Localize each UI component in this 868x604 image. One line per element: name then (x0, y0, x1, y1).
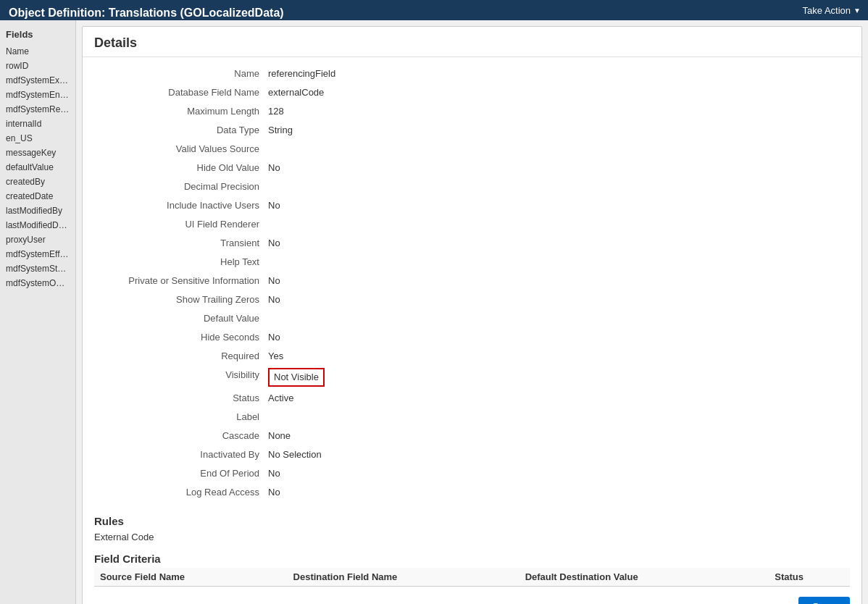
sidebar-item-mdfsystemext[interactable]: mdfSystemExter... (0, 73, 75, 88)
done-button[interactable]: Done (798, 597, 850, 604)
detail-row-transient: Transient No (83, 234, 861, 253)
value-hideseconds: No (268, 330, 850, 345)
sidebar-item-mdfsystementity[interactable]: mdfSystemEntity... (0, 88, 75, 102)
value-datatype: String (268, 123, 850, 138)
value-inactivatedby: No Selection (268, 448, 850, 462)
details-table: Name referencingField Database Field Nam… (83, 57, 861, 509)
sidebar-item-proxyuser[interactable]: proxyUser (0, 232, 75, 247)
sidebar-item-mdfsystemstatus[interactable]: mdfSystemStatus (0, 261, 75, 276)
label-includeinactive: Include Inactive Users (94, 198, 268, 213)
value-name: referencingField (268, 67, 850, 81)
label-hideoldvalue: Hide Old Value (94, 161, 268, 175)
label-showtrailing: Show Trailing Zeros (94, 293, 268, 307)
label-required: Required (94, 349, 268, 364)
chevron-down-icon: ▼ (854, 7, 861, 14)
sidebar-item-messagekey[interactable]: messageKey (0, 146, 75, 160)
sidebar-item-enus[interactable]: en_US (0, 131, 75, 146)
detail-row-dbfieldname: Database Field Name externalCode (83, 83, 861, 102)
visibility-badge: Not Visible (268, 368, 325, 387)
label-transient: Transient (94, 236, 268, 251)
label-name: Name (94, 67, 268, 81)
value-showtrailing: No (268, 293, 850, 307)
label-helptext: Help Text (94, 255, 268, 269)
detail-row-required: Required Yes (83, 347, 861, 366)
panel-title: Details (83, 27, 861, 57)
sidebar-item-mdfsystemobjecttype[interactable]: mdfSystemObjectType (0, 276, 75, 290)
button-row: Done (83, 592, 861, 604)
label-validvalues: Valid Values Source (94, 142, 268, 156)
detail-row-inactivatedby: Inactivated By No Selection (83, 445, 861, 464)
label-uifieldrenderer: UI Field Renderer (94, 217, 268, 232)
sidebar: Fields Name rowID mdfSystemExter... mdfS… (0, 20, 76, 604)
label-datatype: Data Type (94, 123, 268, 138)
take-action-label: Take Action (803, 5, 851, 16)
detail-row-logreadaccess: Log Read Access No (83, 483, 861, 502)
value-privatesensitive: No (268, 274, 850, 288)
detail-row-maxlength: Maximum Length 128 (83, 102, 861, 121)
detail-row-privatesensitive: Private or Sensitive Information No (83, 272, 861, 290)
label-status: Status (94, 391, 268, 406)
field-criteria-title: Field Criteria (83, 547, 861, 568)
label-dbfieldname: Database Field Name (94, 85, 268, 100)
detail-row-showtrailing: Show Trailing Zeros No (83, 290, 861, 309)
label-logreadaccess: Log Read Access (94, 485, 268, 500)
take-action-button[interactable]: Take Action ▼ (803, 5, 861, 16)
criteria-col-default: Default Destination Value (519, 568, 769, 587)
sidebar-item-mdfsystemeffect[interactable]: mdfSystemEffect... (0, 247, 75, 261)
label-privatesensitive: Private or Sensitive Information (94, 274, 268, 288)
detail-row-status: Status Active (83, 389, 861, 408)
detail-row-name: Name referencingField (83, 64, 861, 83)
detail-row-uifieldrenderer: UI Field Renderer (83, 215, 861, 234)
main-content: Details Name referencingField Database F… (76, 20, 868, 604)
sidebar-item-name[interactable]: Name (0, 44, 75, 59)
sidebar-item-internalid[interactable]: internalId (0, 117, 75, 131)
label-inactivatedby: Inactivated By (94, 448, 268, 462)
detail-row-validvalues: Valid Values Source (83, 140, 861, 159)
value-hideoldvalue: No (268, 161, 850, 175)
detail-row-datatype: Data Type String (83, 121, 861, 140)
detail-row-cascade: Cascade None (83, 427, 861, 445)
top-bar: Object Definition: Translations (GOLocal… (0, 0, 868, 20)
value-logreadaccess: No (268, 485, 850, 500)
label-visibility: Visibility (94, 368, 268, 382)
detail-row-visibility: Visibility Not Visible (83, 366, 861, 389)
sidebar-item-mdfsystemreco[interactable]: mdfSystemReco... (0, 102, 75, 117)
sidebar-item-rowid[interactable]: rowID (0, 59, 75, 73)
detail-row-decimalprecision: Decimal Precision (83, 177, 861, 196)
value-endofperiod: No (268, 466, 850, 481)
detail-row-hideseconds: Hide Seconds No (83, 328, 861, 347)
sidebar-item-createdby[interactable]: createdBy (0, 175, 75, 189)
field-criteria-table: Source Field Name Destination Field Name… (94, 568, 850, 587)
sidebar-item-lastmodifiedby[interactable]: lastModifiedBy (0, 204, 75, 218)
criteria-col-source: Source Field Name (94, 568, 288, 587)
label-label: Label (94, 410, 268, 424)
detail-row-includeinactive: Include Inactive Users No (83, 196, 861, 215)
value-cascade: None (268, 429, 850, 443)
value-maxlength: 128 (268, 104, 850, 119)
value-status: Active (268, 391, 850, 406)
label-hideseconds: Hide Seconds (94, 330, 268, 345)
detail-row-hideoldvalue: Hide Old Value No (83, 159, 861, 177)
detail-row-defaultvalue: Default Value (83, 309, 861, 328)
criteria-col-status: Status (769, 568, 850, 587)
details-panel: Details Name referencingField Database F… (82, 26, 862, 604)
value-visibility: Not Visible (268, 368, 850, 387)
label-decimalprecision: Decimal Precision (94, 180, 268, 194)
label-cascade: Cascade (94, 429, 268, 443)
sidebar-item-lastmodifieddate[interactable]: lastModifiedDate... (0, 218, 75, 232)
rules-section-title: Rules (83, 509, 861, 530)
value-dbfieldname: externalCode (268, 85, 850, 100)
label-endofperiod: End Of Period (94, 466, 268, 481)
sidebar-item-createddate[interactable]: createdDate (0, 189, 75, 204)
value-required: Yes (268, 349, 850, 364)
detail-row-helptext: Help Text (83, 253, 861, 272)
sidebar-item-defaultvalue[interactable]: defaultValue (0, 160, 75, 175)
rules-item: External Code (83, 530, 861, 547)
value-transient: No (268, 236, 850, 251)
detail-row-label: Label (83, 408, 861, 427)
criteria-col-dest: Destination Field Name (288, 568, 519, 587)
sidebar-title: Fields (0, 26, 75, 44)
label-defaultvalue: Default Value (94, 311, 268, 326)
label-maxlength: Maximum Length (94, 104, 268, 119)
detail-row-endofperiod: End Of Period No (83, 464, 861, 483)
